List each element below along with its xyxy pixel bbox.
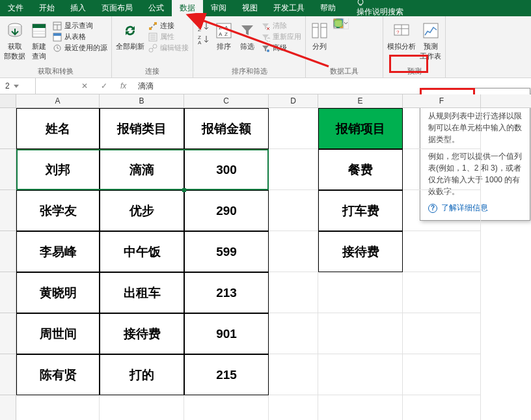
table-cell[interactable]: 刘邦: [16, 149, 100, 190]
table-cell[interactable]: 打的: [100, 354, 184, 395]
row-header[interactable]: [0, 108, 16, 149]
table-cell[interactable]: 优步: [100, 190, 184, 231]
from-table-button[interactable]: 从表格: [53, 32, 107, 42]
manage-data-model-button[interactable]: [333, 18, 344, 29]
get-external-data-label: 获取 部数据: [4, 42, 25, 61]
tab-file[interactable]: 文件: [0, 0, 31, 16]
row-header[interactable]: [0, 313, 16, 354]
connections-button[interactable]: 连接: [148, 21, 189, 31]
select-all-corner[interactable]: [0, 94, 16, 107]
cell[interactable]: [269, 108, 318, 149]
cell[interactable]: [269, 272, 318, 313]
table-cell[interactable]: 300: [184, 149, 269, 190]
cell[interactable]: [318, 354, 403, 395]
table-cell[interactable]: 290: [184, 190, 269, 231]
table-cell[interactable]: 黄晓明: [16, 272, 100, 313]
tab-review[interactable]: 审阅: [203, 0, 234, 16]
sort-desc-button[interactable]: ZA: [197, 34, 210, 46]
cell[interactable]: [403, 395, 481, 420]
col-header-e[interactable]: E: [318, 94, 403, 107]
name-box[interactable]: 2: [0, 78, 36, 94]
cell[interactable]: [269, 395, 318, 420]
table-cell[interactable]: 陈有贤: [16, 354, 100, 395]
table-cell[interactable]: 213: [184, 272, 269, 313]
table-header[interactable]: 报销类目: [100, 108, 184, 149]
table-cell[interactable]: 599: [184, 231, 269, 272]
row-header[interactable]: [0, 354, 16, 395]
confirm-formula-button[interactable]: ✓: [94, 81, 114, 91]
table-cell[interactable]: 出租车: [100, 272, 184, 313]
tab-home[interactable]: 开始: [31, 0, 62, 16]
cell[interactable]: [403, 354, 481, 395]
table-cell[interactable]: 张学友: [16, 190, 100, 231]
forecast-sheet-button[interactable]: 预测 工作表: [420, 18, 441, 61]
cell[interactable]: [318, 313, 403, 354]
fx-icon[interactable]: fx: [114, 81, 133, 91]
cell[interactable]: [16, 395, 100, 420]
table-header[interactable]: 姓名: [16, 108, 100, 149]
col-header-b[interactable]: B: [100, 94, 184, 107]
table-cell[interactable]: 901: [184, 313, 269, 354]
table-cell[interactable]: 215: [184, 354, 269, 395]
table-cell[interactable]: 李易峰: [16, 231, 100, 272]
get-external-data-button[interactable]: 获取 部数据: [4, 18, 25, 61]
cell[interactable]: [403, 149, 481, 190]
clear-filter-button[interactable]: 清除: [261, 21, 301, 31]
show-queries-button[interactable]: 显示查询: [53, 21, 107, 31]
cell[interactable]: [403, 313, 481, 354]
table-cell[interactable]: 中午饭: [100, 231, 184, 272]
cell[interactable]: [269, 354, 318, 395]
col-header-f[interactable]: F: [403, 94, 481, 107]
table-header-e[interactable]: 报销项目: [318, 108, 403, 149]
table-cell-e[interactable]: 打车费: [318, 190, 403, 231]
cell[interactable]: [269, 149, 318, 190]
sort-asc-button[interactable]: AZ: [197, 21, 210, 33]
edit-links-label: 编辑链接: [160, 43, 189, 53]
table-header[interactable]: 报销金额: [184, 108, 269, 149]
row-header[interactable]: [0, 395, 16, 420]
cell[interactable]: [269, 313, 318, 354]
col-header-d[interactable]: D: [269, 94, 318, 107]
filter-button[interactable]: 筛选: [238, 18, 257, 51]
cell[interactable]: [403, 108, 481, 149]
worksheet[interactable]: A B C D E F 姓名报销类目报销金额报销项目刘邦滴滴300餐费张学友优步…: [0, 94, 531, 420]
row-header[interactable]: [0, 190, 16, 231]
reapply-filter-button[interactable]: 重新应用: [261, 32, 301, 42]
edit-links-button[interactable]: 编辑链接: [148, 43, 189, 53]
cell[interactable]: [403, 231, 481, 272]
advanced-filter-button[interactable]: 高级: [261, 43, 301, 53]
col-header-a[interactable]: A: [16, 94, 100, 107]
recent-sources-button[interactable]: 最近使用的源: [53, 43, 107, 53]
properties-button[interactable]: 属性: [148, 32, 189, 42]
row-header[interactable]: [0, 231, 16, 272]
tab-view[interactable]: 视图: [234, 0, 266, 16]
row-header[interactable]: [0, 149, 16, 190]
cell[interactable]: [269, 190, 318, 231]
cell[interactable]: [184, 395, 269, 420]
table-cell-e[interactable]: 接待费: [318, 231, 403, 272]
refresh-all-button[interactable]: 全部刷新: [116, 18, 144, 51]
cancel-formula-button[interactable]: ✕: [75, 81, 94, 91]
tab-insert[interactable]: 插入: [62, 0, 94, 16]
table-cell-e[interactable]: 餐费: [318, 149, 403, 190]
whatif-button[interactable]: ? 模拟分析: [387, 18, 416, 51]
table-cell[interactable]: 滴滴: [100, 149, 184, 190]
tab-help[interactable]: 帮助: [312, 0, 344, 16]
text-to-columns-button[interactable]: 分列: [310, 18, 329, 51]
cell[interactable]: [403, 272, 481, 313]
cell[interactable]: [318, 272, 403, 313]
cell[interactable]: [403, 190, 481, 231]
row-header[interactable]: [0, 272, 16, 313]
tab-formula[interactable]: 公式: [141, 0, 172, 16]
sort-button[interactable]: ZAAZ 排序: [214, 18, 234, 51]
cell[interactable]: [269, 231, 318, 272]
table-cell[interactable]: 接待费: [100, 313, 184, 354]
cell[interactable]: [100, 395, 184, 420]
new-query-button[interactable]: 新建 查询: [29, 18, 49, 61]
table-cell[interactable]: 周世间: [16, 313, 100, 354]
tab-layout[interactable]: 页面布局: [94, 0, 141, 16]
tab-dev[interactable]: 开发工具: [266, 0, 312, 16]
tab-data[interactable]: 数据: [172, 0, 203, 16]
col-header-c[interactable]: C: [184, 94, 269, 107]
cell[interactable]: [318, 395, 403, 420]
